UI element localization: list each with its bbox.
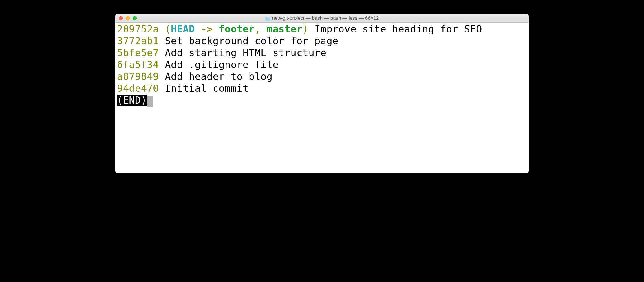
commit-hash: 94de470 [117, 83, 159, 94]
window-title: new-git-project — bash — bash — less — 6… [265, 15, 379, 21]
commit-hash: 209752a [117, 23, 159, 35]
ref-paren-open: ( [165, 23, 171, 35]
log-line: a879849 Add header to blog [117, 71, 527, 83]
commit-hash: a879849 [117, 71, 159, 82]
ref-paren-close: ) [303, 23, 309, 35]
commit-message: Add header to blog [165, 71, 272, 82]
ref-comma: , [255, 23, 266, 35]
pager-status: (END) [117, 94, 527, 106]
branch-ref: master [267, 23, 303, 35]
log-line: 5bfe5e7 Add starting HTML structure [117, 47, 527, 59]
commit-message: Set background color for page [165, 35, 338, 47]
minimize-button[interactable] [126, 16, 130, 20]
commit-hash: 5bfe5e7 [117, 47, 159, 58]
maximize-button[interactable] [133, 16, 137, 20]
titlebar[interactable]: new-git-project — bash — bash — less — 6… [115, 14, 529, 23]
traffic-lights [115, 16, 137, 20]
window-title-text: new-git-project — bash — bash — less — 6… [272, 15, 379, 21]
log-line: 6fa5f34 Add .gitignore file [117, 59, 527, 71]
terminal-window: new-git-project — bash — bash — less — 6… [115, 14, 529, 173]
close-button[interactable] [119, 16, 123, 20]
ref-arrow: -> [195, 23, 219, 35]
cursor [147, 96, 153, 107]
head-ref: HEAD [171, 23, 195, 35]
folder-icon [265, 16, 270, 20]
commit-message: Add .gitignore file [165, 59, 279, 70]
branch-ref: footer [219, 23, 255, 35]
log-line: 94de470 Initial commit [117, 83, 527, 94]
log-line: 3772ab1 Set background color for page [117, 35, 527, 47]
terminal-body[interactable]: 209752a (HEAD -> footer, master) Improve… [115, 23, 529, 173]
commit-message: Improve site heading for SEO [314, 23, 482, 35]
log-line: 209752a (HEAD -> footer, master) Improve… [117, 23, 527, 35]
commit-hash: 6fa5f34 [117, 59, 159, 70]
commit-message: Add starting HTML structure [165, 47, 326, 58]
commit-hash: 3772ab1 [117, 35, 159, 47]
pager-end-marker: (END) [117, 95, 147, 106]
commit-message: Initial commit [165, 83, 248, 94]
